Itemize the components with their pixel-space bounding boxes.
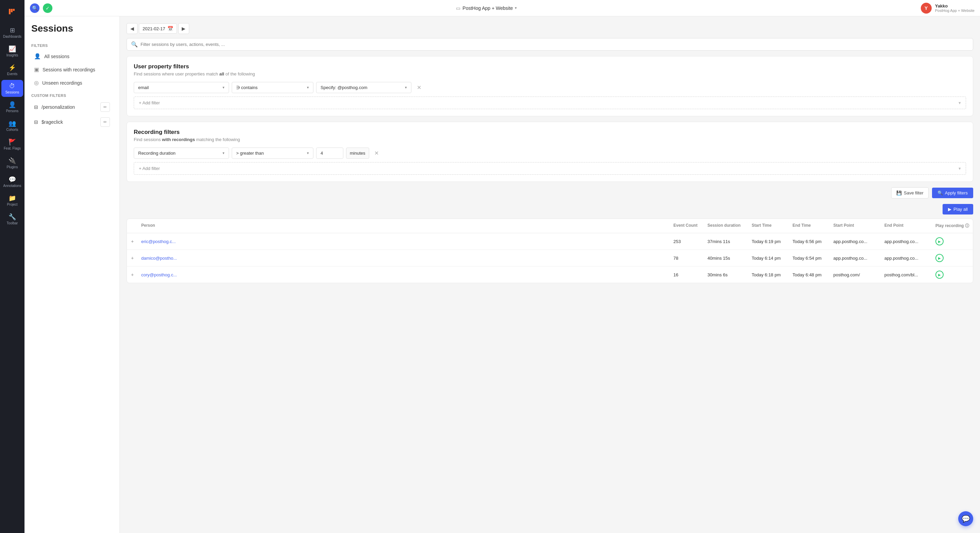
- posthog-logo: [6, 5, 18, 17]
- play-recording-2[interactable]: ▶: [932, 250, 973, 266]
- value-select[interactable]: Specify: @posthog.com ▾: [316, 82, 411, 93]
- play-icon: ▶: [948, 207, 951, 212]
- edit-rageclick-button[interactable]: ✏: [100, 117, 110, 127]
- end-time-3: Today 6:48 pm: [789, 268, 830, 281]
- sidebar-item-label: Cohorts: [6, 128, 18, 132]
- custom-filter-personalization[interactable]: ⊟ /personalization ✏: [27, 100, 117, 114]
- th-person: Person: [138, 219, 670, 233]
- th-event-count: Event Count: [670, 219, 704, 233]
- user-avatar[interactable]: Y: [921, 3, 932, 14]
- custom-filter-rageclick[interactable]: ⊟ $rageclick ✏: [27, 114, 117, 130]
- add-user-filter-button[interactable]: + Add filter ▾: [134, 97, 966, 109]
- sidebar-item-insights[interactable]: 📈 Insights: [2, 43, 23, 60]
- project-dropdown-icon: ▾: [515, 6, 517, 10]
- play-button-2[interactable]: ▶: [935, 254, 943, 262]
- sidebar-item-persons[interactable]: 👤 Persons: [2, 98, 23, 116]
- th-session-duration: Session duration: [704, 219, 748, 233]
- user-property-filters-card: User property filters Find sessions wher…: [127, 56, 973, 116]
- sidebar-item-label: Project: [7, 203, 18, 206]
- sidebar-item-events[interactable]: ⚡ Events: [2, 61, 23, 79]
- rec-desc-suffix: matching the following: [196, 137, 240, 142]
- property-chevron-icon: ▾: [223, 85, 224, 90]
- person-1[interactable]: eric@posthog.c...: [138, 235, 670, 248]
- rec-value-input[interactable]: [316, 148, 343, 159]
- operator-select[interactable]: ∋ contains ▾: [232, 82, 313, 93]
- play-recording-3[interactable]: ▶: [932, 266, 973, 283]
- start-time-1: Today 6:19 pm: [748, 235, 789, 248]
- expand-row-3[interactable]: +: [127, 268, 138, 281]
- project-selector[interactable]: ▭ PostHog App + Website ▾: [456, 5, 517, 11]
- desc-prefix: Find sessions where user properties matc…: [134, 71, 218, 76]
- prev-date-button[interactable]: ◀: [127, 23, 137, 34]
- add-recording-filter-button[interactable]: + Add filter ▾: [134, 162, 966, 175]
- topbar-right: Y Yakko PostHog App + Website: [921, 3, 975, 14]
- play-all-button[interactable]: ▶ Play all: [943, 204, 973, 214]
- sidebar-item-plugins[interactable]: 🔌 Plugins: [2, 154, 23, 172]
- table-row: + damico@postho... 78 40mins 15s Today 6…: [127, 250, 973, 266]
- apply-filters-label: Apply filters: [945, 190, 968, 195]
- end-point-2: app.posthog.co...: [881, 252, 932, 265]
- save-filter-label: Save filter: [904, 190, 924, 195]
- recording-filter-row: Recording duration ▾ > greater than ▾ mi…: [134, 148, 966, 159]
- operator-chevron-icon: ▾: [307, 85, 309, 90]
- play-button-3[interactable]: ▶: [935, 271, 943, 279]
- add-filter-label: + Add filter: [139, 100, 160, 105]
- desc-suffix: of the following: [226, 71, 255, 76]
- th-play-recording: Play recording ⓘ: [932, 219, 973, 233]
- left-panel: Sessions FILTERS 👤 All sessions ▣ Sessio…: [24, 16, 120, 533]
- sidebar-item-label: Toolbar: [7, 221, 18, 225]
- person-2[interactable]: damico@postho...: [138, 252, 670, 265]
- user-property-filters-title: User property filters: [134, 63, 966, 70]
- unseen-recordings-filter[interactable]: ◎ Unseen recordings: [27, 76, 117, 89]
- sessions-with-recordings-filter[interactable]: ▣ Sessions with recordings: [27, 63, 117, 76]
- project-name: PostHog App + Website: [463, 5, 513, 11]
- end-time-2: Today 6:54 pm: [789, 252, 830, 265]
- sidebar-item-project[interactable]: 📁 Project: [2, 192, 23, 209]
- main-content: ◀ 2021-02-17 📅 ▶ 🔍 User property filters…: [120, 16, 980, 533]
- save-filter-button[interactable]: 💾 Save filter: [891, 187, 929, 198]
- rec-property-select[interactable]: Recording duration ▾: [134, 148, 229, 159]
- date-input[interactable]: 2021-02-17 📅: [139, 24, 177, 34]
- end-time-1: Today 6:56 pm: [789, 235, 830, 248]
- sidebar-item-toolbar[interactable]: 🔧 Toolbar: [2, 210, 23, 228]
- rec-operator-value: > greater than: [236, 151, 264, 156]
- apply-filters-button[interactable]: 🔍 Apply filters: [932, 188, 973, 198]
- page-title: Sessions: [24, 23, 119, 40]
- all-sessions-filter[interactable]: 👤 All sessions: [27, 50, 117, 63]
- person-3[interactable]: cory@posthog.c...: [138, 268, 670, 281]
- remove-recording-filter-button[interactable]: ✕: [372, 149, 382, 158]
- sidebar-item-cohorts[interactable]: 👥 Cohorts: [2, 117, 23, 134]
- th-start-point: Start Point: [830, 219, 881, 233]
- user-info: Yakko PostHog App + Website: [935, 3, 975, 13]
- date-navigation: ◀ 2021-02-17 📅 ▶: [127, 23, 973, 34]
- property-select[interactable]: email ▾: [134, 82, 229, 93]
- sidebar-item-label: Plugins: [7, 165, 18, 169]
- search-button[interactable]: 🔍: [30, 3, 40, 13]
- rec-operator-select[interactable]: > greater than ▾: [232, 148, 313, 159]
- sessions-table: Person Event Count Session duration Star…: [127, 219, 973, 283]
- sidebar-item-annotations[interactable]: 💬 Annotations: [2, 173, 23, 190]
- th-end-time: End Time: [789, 219, 830, 233]
- play-recording-1[interactable]: ▶: [932, 233, 973, 249]
- sidebar-item-label: Persons: [6, 109, 19, 113]
- date-value: 2021-02-17: [143, 26, 165, 31]
- sidebar-item-dashboards[interactable]: ⊞ Dashboards: [2, 24, 23, 41]
- start-time-2: Today 6:14 pm: [748, 252, 789, 265]
- sessions-with-recordings-label: Sessions with recordings: [43, 67, 95, 72]
- user-name: Yakko: [935, 3, 975, 8]
- chat-button[interactable]: 💬: [958, 511, 973, 526]
- search-input[interactable]: [140, 42, 969, 47]
- edit-personalization-button[interactable]: ✏: [100, 102, 110, 112]
- expand-row-1[interactable]: +: [127, 235, 138, 248]
- next-date-button[interactable]: ▶: [178, 23, 189, 34]
- sidebar-item-sessions[interactable]: ⏱ Sessions: [2, 80, 23, 97]
- sidebar-item-label: Feat. Flags: [4, 146, 21, 150]
- play-button-1[interactable]: ▶: [935, 237, 943, 246]
- recording-icon: ▣: [34, 66, 39, 73]
- unseen-recordings-label: Unseen recordings: [42, 80, 82, 86]
- filters-section-label: FILTERS: [24, 40, 119, 50]
- calendar-icon: 📅: [167, 26, 173, 31]
- sidebar-item-feat-flags[interactable]: 🚩 Feat. Flags: [2, 136, 23, 153]
- expand-row-2[interactable]: +: [127, 251, 138, 265]
- remove-user-filter-button[interactable]: ✕: [414, 83, 424, 92]
